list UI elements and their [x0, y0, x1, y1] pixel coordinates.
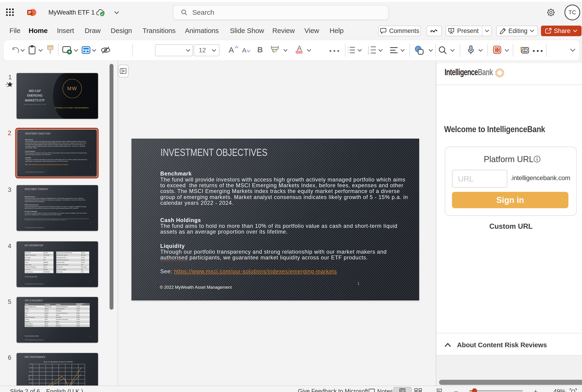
svg-text:3: 3 — [368, 52, 370, 54]
svg-text:16,000: 16,000 — [29, 367, 32, 368]
svg-text:12,000: 12,000 — [29, 382, 32, 384]
svg-text:17,000: 17,000 — [29, 364, 32, 365]
svg-text:15,000: 15,000 — [29, 371, 32, 372]
svg-text:VALUE (£): VALUE (£) — [28, 375, 30, 380]
svg-text:MW: MW — [67, 86, 77, 91]
svg-text:P: P — [28, 10, 31, 15]
